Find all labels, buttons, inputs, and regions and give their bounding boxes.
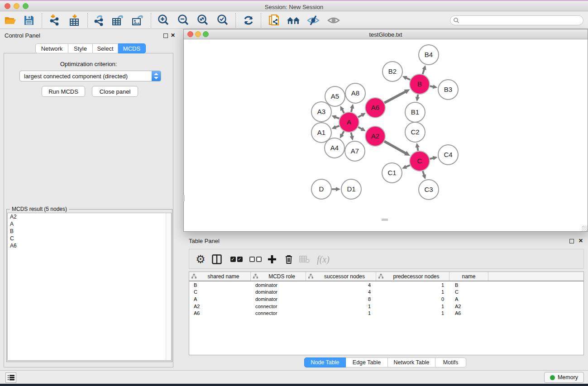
table-settings-button[interactable]: ⚙ — [195, 253, 206, 266]
columns-icon — [212, 254, 222, 264]
network-vscroll-thumb[interactable] — [182, 195, 185, 201]
cell-name: C — [449, 289, 488, 295]
delete-column-button[interactable] — [282, 253, 295, 266]
result-scrollbar[interactable] — [166, 213, 171, 360]
cell-name: A2 — [449, 304, 488, 309]
table-panel-title: Table Panel — [189, 238, 220, 244]
table-panel-float-button[interactable] — [569, 239, 574, 243]
zoom-fit-button[interactable] — [195, 13, 210, 28]
tab-node-table[interactable]: Node Table — [304, 357, 346, 367]
table-toolbar: ⚙ ✓ ✓ f( — [189, 249, 584, 269]
save-session-button[interactable] — [22, 13, 36, 28]
control-panel-float-button[interactable] — [163, 33, 168, 38]
column-label: name — [449, 273, 488, 280]
checked-box-icon: ✓ — [237, 257, 243, 262]
memory-status-icon — [550, 375, 555, 380]
unselect-all-columns-button[interactable] — [248, 253, 263, 266]
import-network-button[interactable] — [47, 13, 62, 28]
eye-slash-icon — [306, 15, 320, 26]
network-canvas[interactable]: B4B2BB3A8A5A6B1A3AA1C2A2A4A7C4CC1C3DD1 — [184, 40, 588, 231]
column-header-name[interactable]: name — [449, 272, 488, 281]
first-neighbors-button[interactable] — [285, 13, 302, 28]
memory-button[interactable]: Memory — [544, 372, 584, 383]
node-label-A7: A7 — [351, 147, 359, 155]
table-row-a[interactable]: Adominator80A — [189, 295, 583, 303]
zoom-fit-icon — [196, 14, 209, 27]
close-panel-button[interactable]: Close panel — [92, 86, 138, 97]
task-history-button[interactable] — [5, 372, 16, 383]
plus-icon — [268, 255, 277, 264]
hide-selection-button[interactable] — [305, 13, 321, 28]
arrowhead-icon — [422, 174, 426, 179]
cell-successor_nodes: 1 — [306, 310, 376, 316]
mcds-result-item[interactable]: C — [8, 235, 171, 242]
node-label-C: C — [417, 157, 422, 165]
show-columns-button[interactable] — [210, 253, 224, 266]
import-table-button[interactable] — [67, 13, 82, 28]
node-label-A: A — [347, 118, 351, 126]
select-all-columns-button[interactable]: ✓ ✓ — [229, 253, 244, 266]
control-panel-tabs: NetworkStyleSelectMCDS — [35, 43, 146, 53]
mcds-result-item[interactable]: A6 — [8, 242, 171, 249]
mcds-result-item[interactable]: A — [8, 220, 171, 228]
table-panel-close-button[interactable]: ✕ — [578, 238, 583, 243]
tab-mcds[interactable]: MCDS — [118, 43, 146, 53]
eye-icon — [327, 15, 340, 25]
tab-style[interactable]: Style — [68, 43, 93, 53]
node-label-A6: A6 — [371, 104, 379, 111]
mcds-result-item[interactable]: A2 — [8, 213, 171, 220]
edge-A6-B[interactable] — [384, 91, 406, 103]
cell-successor_nodes: 4 — [306, 289, 376, 295]
criterion-select[interactable]: largest connected component (directed) — [19, 71, 161, 81]
table-row-c[interactable]: Cdominator41C — [189, 289, 583, 296]
control-panel-close-button[interactable]: ✕ — [170, 33, 176, 38]
table-row-a2[interactable]: A2connector11A2 — [189, 303, 583, 310]
network-graph[interactable]: B4B2BB3A8A5A6B1A3AA1C2A2A4A7C4CC1C3DD1 — [184, 40, 588, 231]
cell-predecessor_nodes: 1 — [376, 282, 449, 288]
delete-table-button[interactable] — [298, 253, 311, 266]
export-table-button[interactable] — [110, 13, 126, 28]
new-network-from-selection-button[interactable] — [266, 13, 282, 28]
cell-mcds_role: dominator — [251, 282, 306, 288]
column-label: shared name — [196, 273, 250, 280]
tab-edge-table[interactable]: Edge Table — [346, 357, 388, 367]
table-row-a6[interactable]: A6connector11A6 — [189, 310, 583, 317]
column-header-successor-nodes[interactable]: successor nodes — [306, 272, 376, 281]
zoom-in-button[interactable] — [156, 13, 171, 28]
memory-label: Memory — [558, 374, 578, 381]
table-row-b[interactable]: Bdominator41B — [189, 281, 583, 289]
search-icon — [453, 17, 459, 24]
cell-mcds_role: connector — [251, 304, 306, 309]
hierarchy-icon — [308, 274, 313, 279]
show-all-button[interactable] — [325, 13, 342, 28]
cell-successor_nodes: 8 — [306, 296, 376, 302]
mcds-result-list[interactable]: A2ABCA6 — [7, 213, 172, 361]
open-session-button[interactable] — [4, 13, 17, 28]
main-toolbar — [0, 12, 588, 29]
cell-successor_nodes: 4 — [306, 282, 376, 288]
zoom-selected-button[interactable] — [215, 13, 230, 28]
function-builder-button[interactable]: f(x) — [314, 253, 332, 266]
tab-network[interactable]: Network — [35, 43, 68, 53]
tab-motifs[interactable]: Motifs — [435, 357, 466, 367]
tab-network-table[interactable]: Network Table — [388, 357, 435, 367]
edge-A2-C[interactable] — [384, 141, 406, 153]
apply-layout-button[interactable] — [241, 13, 256, 28]
column-header-shared-name[interactable]: shared name — [189, 272, 251, 281]
network-window-titlebar[interactable]: testGlobe.txt — [184, 29, 588, 39]
toolbar-separator — [151, 13, 151, 28]
network-window-title: testGlobe.txt — [184, 31, 588, 38]
mcds-result-item[interactable]: B — [8, 228, 171, 235]
export-network-button[interactable] — [92, 13, 106, 28]
tab-select[interactable]: Select — [93, 43, 118, 53]
network-hscroll-thumb[interactable] — [382, 219, 388, 221]
column-header-predecessor-nodes[interactable]: predecessor nodes — [376, 272, 449, 281]
search-input[interactable] — [450, 15, 583, 25]
column-header-mcds-role[interactable]: MCDS role — [251, 272, 306, 281]
cell-shared_name: A2 — [189, 304, 251, 309]
network-resize-grip[interactable] — [582, 226, 588, 231]
create-column-button[interactable] — [265, 253, 279, 266]
export-image-button[interactable] — [130, 13, 146, 28]
zoom-out-button[interactable] — [176, 13, 191, 28]
run-mcds-button[interactable]: Run MCDS — [42, 86, 85, 97]
